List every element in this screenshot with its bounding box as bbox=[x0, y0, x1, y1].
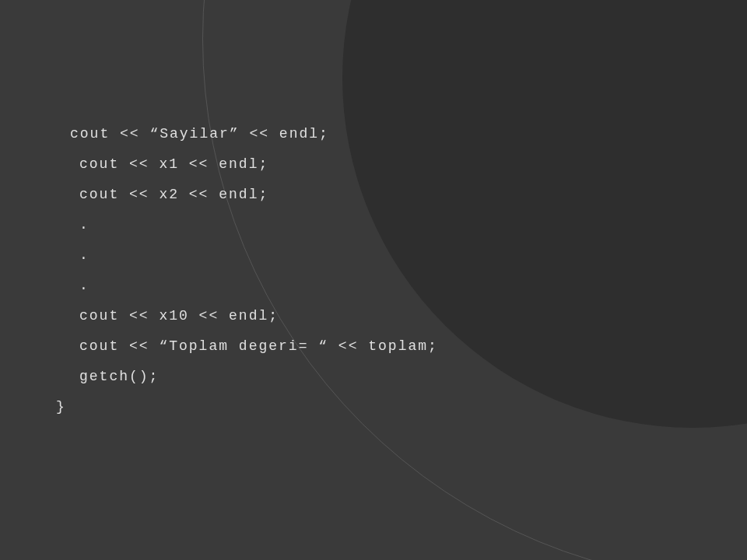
code-line: . bbox=[70, 218, 438, 232]
code-line: . bbox=[70, 278, 438, 292]
code-line: cout << x2 << endl; bbox=[70, 187, 438, 201]
code-line: . bbox=[70, 248, 438, 262]
code-content: cout << “Sayilar” << endl; cout << x1 <<… bbox=[70, 127, 438, 430]
code-line: cout << x10 << endl; bbox=[70, 309, 438, 323]
code-line: cout << “Sayilar” << endl; bbox=[70, 127, 438, 141]
code-line: getch(); bbox=[70, 369, 438, 383]
code-line: cout << “Toplam degeri= “ << toplam; bbox=[70, 339, 438, 353]
code-line: } bbox=[56, 400, 438, 414]
code-line: cout << x1 << endl; bbox=[70, 157, 438, 171]
